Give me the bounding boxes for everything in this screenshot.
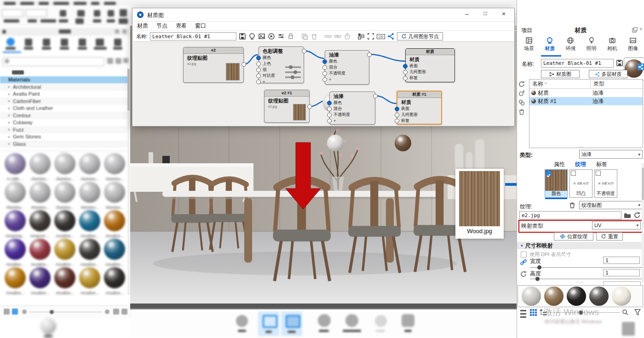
sync-icon[interactable] xyxy=(518,99,525,106)
play-icon[interactable] xyxy=(268,33,275,40)
tab-scene[interactable]: 场景 xyxy=(519,37,539,57)
tab-properties[interactable]: 属性 xyxy=(554,160,565,170)
input-port[interactable] xyxy=(403,70,408,74)
material-thumb[interactable]: Aluminu... xyxy=(29,182,52,210)
material-thumb[interactable]: Anodize... xyxy=(103,267,126,295)
material-thumb[interactable]: Anodize... xyxy=(103,239,126,267)
tab-material[interactable]: 材质 xyxy=(540,37,560,57)
material-thumb[interactable]: Aluminu... xyxy=(103,153,126,181)
input-port[interactable] xyxy=(327,101,332,105)
search-icon[interactable] xyxy=(622,309,628,315)
node-paint[interactable]: 油漆 颜色 混合 不透明度 + xyxy=(325,50,369,85)
input-port[interactable] xyxy=(322,71,327,76)
input-port[interactable] xyxy=(395,107,399,111)
material-name-input[interactable]: Leather Black-01 #1 xyxy=(150,32,236,40)
material-graph-button[interactable]: 材质图 xyxy=(541,70,580,78)
input-port[interactable] xyxy=(327,107,332,111)
tree-root-row[interactable] xyxy=(0,69,128,76)
tree-item[interactable]: ▸Contour xyxy=(0,112,128,119)
save-icon[interactable] xyxy=(239,33,246,40)
mapping-type-dropdown[interactable]: UV▾ xyxy=(592,221,641,229)
reset-button[interactable]: 重置 xyxy=(596,232,623,241)
output-port[interactable] xyxy=(302,49,306,53)
tab-lighting[interactable]: 照明 xyxy=(581,37,602,57)
preview-sphere-icon[interactable] xyxy=(248,33,256,40)
tree-item[interactable]: ▸Glass xyxy=(0,140,128,148)
tree-item[interactable]: ▸Cutaway xyxy=(0,119,128,126)
height-slider[interactable] xyxy=(530,279,642,279)
material-thumb[interactable]: Anodize... xyxy=(103,210,126,238)
height-reset-icon[interactable] xyxy=(520,270,527,278)
tab-environment[interactable]: 环境 xyxy=(560,37,581,57)
input-port[interactable] xyxy=(395,119,399,123)
input-port[interactable] xyxy=(256,80,261,84)
trash-icon[interactable] xyxy=(518,108,525,115)
input-port[interactable] xyxy=(327,113,332,117)
input-port[interactable] xyxy=(327,119,332,123)
material-thumb[interactable]: Anodize... xyxy=(29,239,52,267)
tree-item-materials[interactable]: Materials xyxy=(0,76,128,84)
height-input[interactable]: 1 xyxy=(603,269,640,276)
image-icon[interactable] xyxy=(258,33,265,40)
node-material[interactable]: 材质 材质 表面 几何图形 标签 xyxy=(405,48,455,82)
menu-view[interactable]: 查看 xyxy=(176,22,187,30)
maximize-button[interactable]: □ xyxy=(478,10,492,19)
undock-icon[interactable] xyxy=(632,27,638,33)
output-port[interactable] xyxy=(242,62,246,67)
unlink-icon[interactable] xyxy=(334,33,341,40)
panel-close-icon[interactable]: × xyxy=(639,26,642,32)
copy-icon[interactable] xyxy=(301,33,308,40)
menu-material[interactable]: 材质 xyxy=(137,22,148,30)
refresh-all-icon[interactable] xyxy=(518,90,525,97)
zoom-100-icon[interactable]: 100 xyxy=(377,34,385,39)
material-row-selected[interactable]: 材质 #1 油漆 xyxy=(529,97,643,105)
link-lock-icon[interactable] xyxy=(520,258,527,266)
material-name-input[interactable]: Leather Black-01 #1 xyxy=(541,59,614,68)
node-texture-map-2[interactable]: e2 #1 纹理贴图 e2.jpg xyxy=(264,90,310,123)
texture-file-input[interactable]: e2.jpg xyxy=(519,211,621,219)
material-thumb[interactable]: Aluminu... xyxy=(78,182,101,210)
tree-item[interactable]: ▸Axalta Paint xyxy=(0,91,128,98)
texture-trash-icon[interactable] xyxy=(569,201,576,209)
input-port[interactable] xyxy=(256,56,261,60)
type-dropdown[interactable]: 油漆▾ xyxy=(579,150,643,159)
input-port[interactable] xyxy=(322,65,327,70)
variant-sphere[interactable] xyxy=(522,286,541,306)
variant-sphere[interactable] xyxy=(612,286,631,306)
texture-type-dropdown[interactable]: 纹理贴图▾ xyxy=(579,201,643,209)
material-thumb[interactable]: Anodize... xyxy=(4,239,27,267)
tab-textures[interactable]: 纹理 xyxy=(575,160,586,170)
material-thumb[interactable]: Anodize... xyxy=(78,239,101,267)
material-thumb[interactable]: Aluminu... xyxy=(29,153,52,181)
material-thumb[interactable]: Amazing... xyxy=(4,210,27,238)
output-port[interactable] xyxy=(373,94,378,98)
graph-titlebar[interactable]: 材质图 – □ × xyxy=(132,8,514,22)
reload-icon[interactable] xyxy=(633,212,641,219)
texture-slot-opacity[interactable]: 未 加载 纹理 不透明度 xyxy=(594,169,617,198)
splitter-handle[interactable]: ··· xyxy=(517,144,644,149)
material-thumb[interactable]: Aluminu... xyxy=(4,182,27,210)
input-port[interactable] xyxy=(322,77,327,82)
menu-window[interactable]: 窗口 xyxy=(195,22,206,30)
material-thumb[interactable]: Aluminu... xyxy=(53,182,76,210)
list-view-icon[interactable] xyxy=(520,310,526,318)
library-search-input[interactable] xyxy=(2,57,104,66)
sliders-icon[interactable] xyxy=(277,33,285,40)
filter-icon[interactable] xyxy=(634,309,641,315)
tree-item[interactable]: ▸Fuzz xyxy=(0,126,128,133)
node-color-adjust[interactable]: 色彩调整 颜色 上色 值 对比度 + xyxy=(259,46,304,83)
input-port[interactable] xyxy=(322,59,327,64)
delete-icon[interactable] xyxy=(310,33,318,40)
folder-icon[interactable] xyxy=(624,212,631,219)
multi-material-badge[interactable] xyxy=(638,63,644,70)
material-thumb[interactable]: Anodize... xyxy=(29,267,52,295)
bottom-tool-active-1[interactable] xyxy=(258,311,279,336)
tab-labels[interactable]: 标签 xyxy=(596,160,607,170)
node-canvas[interactable]: e2 纹理贴图 e2.jpg 色彩调整 颜色 上色 值 对比度 + xyxy=(133,41,514,126)
tree-item[interactable]: ▸Architectural xyxy=(0,83,128,91)
texture-slot-color[interactable]: 颜色 xyxy=(545,169,568,198)
thumb-size-slider[interactable] xyxy=(29,312,102,312)
multi-layer-material-button[interactable]: 多层材质 xyxy=(589,70,627,78)
material-thumb[interactable]: Anodize... xyxy=(78,210,101,238)
lock-icon[interactable] xyxy=(287,33,294,40)
